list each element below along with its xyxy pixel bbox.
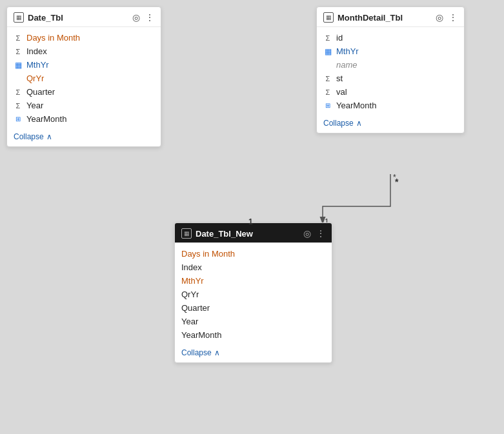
date-tbl-header: ▦ Date_Tbl ◎ ⋮	[7, 7, 161, 27]
field-label: Year	[181, 317, 198, 326]
monthdetail-tbl-eye-icon[interactable]: ◎	[436, 13, 443, 22]
list-item[interactable]: name	[317, 58, 464, 72]
monthdetail-tbl-body: Σ id ▦ MthYr name Σ st Σ val ⊞ YearMonth	[317, 27, 464, 115]
field-label: id	[336, 33, 343, 43]
date-tbl-new-collapse-btn[interactable]: Collapse ∧	[175, 344, 332, 362]
list-item[interactable]: MthYr	[175, 274, 332, 288]
field-label: MthYr	[26, 60, 49, 70]
list-item[interactable]: Days in Month	[175, 247, 332, 261]
monthdetail-tbl-header: ▦ MonthDetail_Tbl ◎ ⋮	[317, 7, 464, 27]
list-item[interactable]: QrYr	[7, 72, 161, 85]
list-item[interactable]: Σ Days in Month	[7, 31, 161, 44]
list-item[interactable]: Σ Index	[7, 44, 161, 58]
list-item[interactable]: Σ id	[317, 31, 464, 44]
field-label: Days in Month	[26, 33, 80, 43]
date-tbl-new-card: ▦ Date_Tbl_New ◎ ⋮ Days in Month Index M…	[174, 222, 332, 363]
monthdetail-tbl-header-icon: ▦	[323, 12, 334, 23]
sigma-icon: Σ	[14, 88, 23, 96]
sigma-icon: Σ	[14, 48, 23, 55]
relation-one-label: 1	[248, 217, 253, 226]
list-item[interactable]: Σ Quarter	[7, 85, 161, 99]
list-item[interactable]: ⊞ YearMonth	[7, 112, 161, 126]
monthdetail-tbl-collapse-btn[interactable]: Collapse ∧	[317, 115, 464, 133]
date-tbl-actions: ◎ ⋮	[132, 13, 154, 22]
collapse-arrow-icon: ∧	[356, 119, 362, 128]
list-item[interactable]: Year	[175, 315, 332, 328]
date-tbl-more-icon[interactable]: ⋮	[145, 13, 154, 22]
monthdetail-tbl-actions: ◎ ⋮	[436, 13, 458, 22]
date-tbl-new-body: Days in Month Index MthYr QrYr Quarter Y…	[175, 243, 332, 344]
list-item[interactable]: YearMonth	[175, 328, 332, 342]
field-label: Year	[26, 101, 43, 110]
field-label: QrYr	[26, 74, 44, 83]
date-tbl-new-header: ▦ Date_Tbl_New ◎ ⋮	[175, 223, 332, 243]
monthdetail-tbl-more-icon[interactable]: ⋮	[449, 13, 458, 22]
sigma-icon: Σ	[323, 75, 332, 83]
field-label: YearMonth	[26, 114, 66, 124]
sigma-icon: Σ	[14, 34, 23, 42]
date-tbl-collapse-btn[interactable]: Collapse ∧	[7, 128, 161, 146]
list-item[interactable]: Σ Year	[7, 99, 161, 112]
field-label: val	[336, 87, 347, 97]
date-tbl-header-icon: ▦	[14, 12, 24, 23]
date-tbl-new-actions: ◎ ⋮	[303, 229, 325, 238]
date-tbl-title: Date_Tbl	[28, 13, 128, 23]
relation-star-label: *	[395, 177, 398, 187]
sigma-icon: Σ	[323, 88, 332, 96]
table-icon: ⊞	[14, 115, 23, 123]
field-label: QrYr	[181, 290, 199, 299]
field-label: Quarter	[26, 87, 55, 97]
field-label: st	[336, 74, 343, 83]
table-icon: ⊞	[323, 102, 332, 109]
list-item[interactable]: ⊞ YearMonth	[317, 99, 464, 112]
collapse-arrow-icon: ∧	[214, 348, 220, 357]
field-label: Index	[181, 262, 202, 272]
collapse-arrow-icon: ∧	[46, 132, 52, 141]
list-item[interactable]: ▦ MthYr	[7, 58, 161, 72]
monthdetail-tbl-title: MonthDetail_Tbl	[338, 13, 432, 23]
date-tbl-new-header-icon: ▦	[181, 228, 192, 239]
calendar-icon: ▦	[323, 47, 332, 56]
list-item[interactable]: Σ val	[317, 85, 464, 99]
date-tbl-new-eye-icon[interactable]: ◎	[303, 229, 311, 238]
collapse-label: Collapse	[323, 119, 354, 128]
sigma-icon: Σ	[14, 102, 23, 110]
sigma-icon: Σ	[323, 34, 332, 42]
field-label: YearMonth	[336, 101, 376, 110]
list-item[interactable]: QrYr	[175, 288, 332, 301]
field-label: MthYr	[181, 276, 204, 286]
list-item[interactable]: Σ st	[317, 72, 464, 85]
field-label: name	[336, 60, 358, 70]
collapse-label: Collapse	[181, 348, 212, 357]
date-tbl-new-more-icon[interactable]: ⋮	[316, 229, 325, 238]
date-tbl-eye-icon[interactable]: ◎	[132, 13, 140, 22]
calendar-icon: ▦	[14, 61, 23, 70]
field-label: YearMonth	[181, 330, 221, 340]
list-item[interactable]: ▦ MthYr	[317, 44, 464, 58]
field-label: Quarter	[181, 303, 210, 313]
list-item[interactable]: Quarter	[175, 301, 332, 315]
list-item[interactable]: Index	[175, 261, 332, 274]
collapse-label: Collapse	[14, 132, 44, 141]
date-tbl-card: ▦ Date_Tbl ◎ ⋮ Σ Days in Month Σ Index ▦…	[6, 6, 161, 147]
field-label: MthYr	[336, 46, 359, 56]
date-tbl-new-title: Date_Tbl_New	[196, 229, 299, 239]
field-label: Days in Month	[181, 249, 235, 259]
field-label: Index	[26, 46, 47, 56]
monthdetail-tbl-card: ▦ MonthDetail_Tbl ◎ ⋮ Σ id ▦ MthYr name …	[316, 6, 465, 133]
date-tbl-body: Σ Days in Month Σ Index ▦ MthYr QrYr Σ Q…	[7, 27, 161, 128]
